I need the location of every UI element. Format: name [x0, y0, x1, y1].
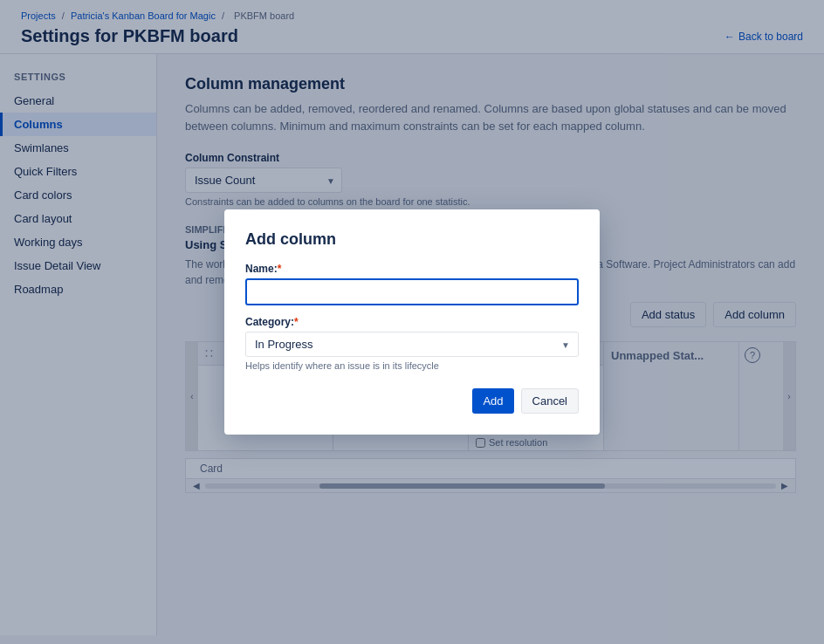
add-column-modal: Add column Name:* Category:* To DoIn Pro… [224, 209, 600, 435]
modal-actions: Add Cancel [245, 388, 579, 414]
name-required-star: * [278, 263, 282, 275]
modal-overlay: Add column Name:* Category:* To DoIn Pro… [0, 0, 824, 644]
modal-category-select-wrapper: To DoIn ProgressDone ▼ [245, 332, 579, 357]
modal-category-hint: Helps identify where an issue is in its … [245, 360, 579, 371]
modal-category-select[interactable]: To DoIn ProgressDone [245, 332, 579, 357]
modal-add-button[interactable]: Add [472, 388, 513, 414]
modal-category-label: Category:* [245, 316, 579, 328]
modal-name-input-wrapper [245, 278, 579, 316]
modal-name-label: Name:* [245, 263, 579, 275]
category-required-star: * [294, 316, 299, 328]
modal-title: Add column [245, 230, 579, 249]
modal-cancel-button[interactable]: Cancel [521, 388, 579, 414]
modal-name-input[interactable] [245, 278, 579, 305]
